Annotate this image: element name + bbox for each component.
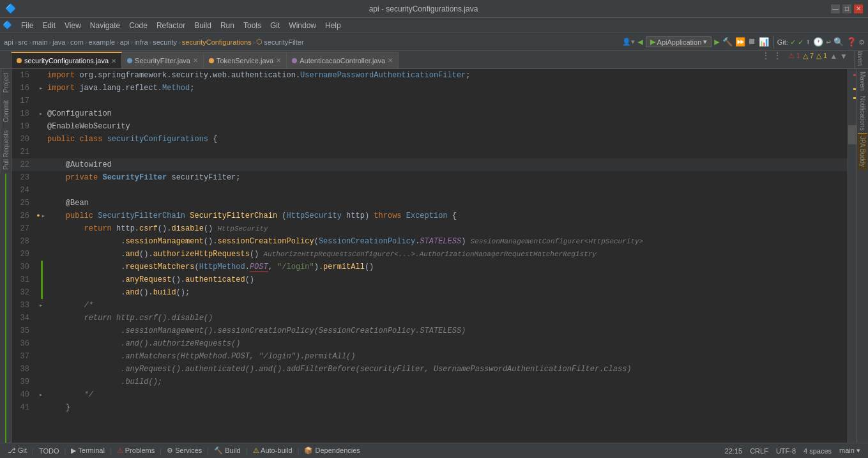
change-indicator-32: [41, 286, 43, 299]
jpa-buddy-label[interactable]: JPA Buddy: [858, 133, 867, 169]
dependencies-button[interactable]: 📦 Dependencies: [301, 447, 362, 455]
code-editor: 15 import org.springframework.security.w…: [11, 69, 848, 443]
menu-window[interactable]: Window: [285, 20, 320, 31]
breadcrumb-api2[interactable]: api: [120, 38, 130, 46]
menu-run[interactable]: Run: [217, 20, 238, 31]
coverage-button[interactable]: 📊: [759, 37, 769, 47]
line-col-indicator[interactable]: 22:15: [722, 447, 745, 455]
breadcrumb-infra[interactable]: infra: [134, 38, 148, 46]
scroll-warn-marker-1: [853, 88, 856, 90]
code-line-32: 32 .and().build();: [11, 286, 848, 299]
tab-close-3[interactable]: ✕: [276, 57, 281, 64]
menu-help[interactable]: Help: [321, 20, 345, 31]
menu-refactor[interactable]: Refactor: [153, 20, 189, 31]
terminal-button[interactable]: ▶ Terminal: [68, 447, 107, 455]
maven-label[interactable]: Maven: [855, 51, 865, 68]
debug-step-button[interactable]: ⏩: [735, 37, 745, 47]
git-push-button[interactable]: ⬆: [806, 37, 811, 47]
breadcrumb-security-filter[interactable]: securityFilter: [264, 38, 303, 46]
breadcrumb-main[interactable]: main: [33, 38, 48, 46]
code-line-38: 38 .anyRequest().authenticated().and().a…: [11, 363, 848, 376]
error-badge: ⚠ 1: [788, 52, 800, 60]
minimize-button[interactable]: —: [831, 4, 840, 13]
branch-indicator[interactable]: main ▾: [837, 447, 863, 455]
scroll-error-marker: [853, 74, 856, 76]
expand-button[interactable]: ▼: [840, 52, 848, 61]
scroll-thumb[interactable]: [848, 125, 857, 144]
tab-close-1[interactable]: ✕: [111, 57, 116, 65]
menu-view[interactable]: View: [61, 20, 85, 31]
build-status-button[interactable]: 🔨 Build: [211, 447, 243, 455]
menu-code[interactable]: Code: [125, 20, 151, 31]
gutter-arrow-26: ●: [36, 213, 40, 219]
title-bar: 🔷 api - securityConfigurations.java — □ …: [0, 0, 868, 18]
problems-button[interactable]: ⚠ Problems: [114, 447, 158, 455]
run-back-button[interactable]: ◀: [637, 36, 643, 47]
tabs-more-button[interactable]: ⋮: [761, 51, 770, 61]
settings-button[interactable]: ⚙: [859, 37, 864, 47]
tab-close-2[interactable]: ✕: [193, 57, 198, 64]
stop-button[interactable]: ⏹: [748, 37, 756, 47]
code-line-30: 30 .requestMatchers(HttpMethod.POST, "/l…: [11, 261, 848, 273]
tab-close-4[interactable]: ✕: [388, 57, 393, 64]
tab-dot-blue: [127, 58, 132, 63]
run-button[interactable]: ▶: [714, 36, 719, 47]
breadcrumb-bar: api › src › main › java › com › example …: [0, 33, 868, 51]
fold-icon-18[interactable]: ▸: [39, 110, 43, 118]
menu-file[interactable]: File: [17, 20, 37, 31]
encoding-indicator[interactable]: UTF-8: [773, 447, 798, 455]
code-line-35: 35 .sessionManagement().sessionCreationP…: [11, 324, 848, 337]
maximize-button[interactable]: □: [842, 4, 851, 13]
code-line-21: 21: [11, 146, 848, 158]
tab-security-filter[interactable]: SecurityFilter.java ✕: [122, 52, 204, 68]
title-bar-controls: — □ ✕: [831, 4, 863, 13]
git-status[interactable]: ⎇ Git: [5, 447, 29, 455]
tabs-settings-button[interactable]: ⋮: [773, 51, 782, 61]
code-scroll[interactable]: 15 import org.springframework.security.w…: [11, 69, 848, 443]
project-panel-label[interactable]: Project: [1, 69, 11, 96]
run-config-selector[interactable]: ▶ ApiApplication ▾: [646, 36, 712, 47]
git-rollback-button[interactable]: ↩: [826, 37, 831, 47]
breadcrumb-com[interactable]: com: [70, 38, 84, 46]
right-scrollbar[interactable]: [848, 69, 857, 443]
fold-icon-16[interactable]: ▸: [39, 84, 43, 92]
todo-button[interactable]: TODO: [36, 447, 62, 455]
git-history-button[interactable]: 🕐: [813, 37, 823, 47]
breadcrumb-api[interactable]: api: [4, 38, 13, 46]
build-button[interactable]: 🔨: [722, 37, 733, 47]
dependencies-icon: 📦: [304, 447, 313, 454]
menu-navigate[interactable]: Navigate: [86, 20, 124, 31]
breadcrumb-java[interactable]: java: [52, 38, 65, 46]
active-left-indicator: [5, 173, 6, 443]
code-line-26: 26 ● ▸ public SecurityFilterChain Securi…: [11, 210, 848, 222]
menu-build[interactable]: Build: [190, 20, 215, 31]
status-bar: ⎇ Git | TODO | ▶ Terminal | ⚠ Problems |…: [0, 443, 868, 458]
tab-token-service[interactable]: TokenService.java ✕: [204, 52, 287, 68]
collapse-button[interactable]: ▲: [830, 52, 837, 61]
code-line-16: 16 ▸ import java.lang.reflect.Method;: [11, 82, 848, 95]
tab-security-configurations[interactable]: securityConfigurations.java ✕: [11, 52, 122, 68]
maven-panel-label-side[interactable]: Maven: [858, 69, 867, 93]
menu-edit[interactable]: Edit: [38, 20, 59, 31]
fold-icon-33[interactable]: ▸: [39, 302, 43, 309]
menu-tools[interactable]: Tools: [240, 20, 265, 31]
auto-build-button[interactable]: ⚠ Auto-build: [250, 447, 295, 455]
indent-indicator[interactable]: 4 spaces: [801, 447, 834, 455]
help-button[interactable]: ❓: [846, 37, 857, 47]
commit-panel-label[interactable]: Commit: [1, 96, 11, 126]
breadcrumb[interactable]: api › src › main › java › com › example …: [4, 38, 304, 46]
pull-requests-label[interactable]: Pull Requests: [1, 126, 11, 174]
breadcrumb-src[interactable]: src: [18, 38, 27, 46]
menu-git[interactable]: Git: [266, 20, 284, 31]
breadcrumb-example[interactable]: example: [89, 38, 116, 46]
crlf-indicator[interactable]: CRLF: [747, 447, 771, 455]
search-button[interactable]: 🔍: [834, 37, 844, 47]
tab-autenticacao-controller[interactable]: AutenticacaoController.java ✕: [287, 52, 399, 68]
fold-icon-40[interactable]: ▸: [39, 391, 43, 399]
notifications-label[interactable]: Notifications: [858, 93, 867, 133]
fold-icon-26[interactable]: ▸: [42, 212, 45, 220]
close-button[interactable]: ✕: [854, 4, 863, 13]
breadcrumb-security[interactable]: security: [153, 38, 177, 46]
services-button[interactable]: ⚙ Services: [164, 447, 204, 455]
breadcrumb-security-configurations[interactable]: securityConfigurations: [182, 38, 252, 46]
